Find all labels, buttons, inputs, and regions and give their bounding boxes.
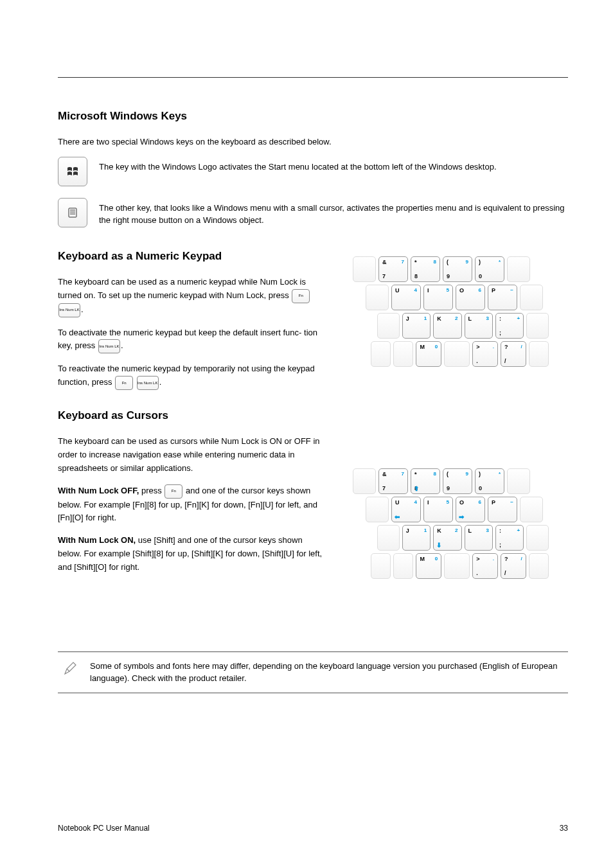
section-heading-cursors: Keyboard as Cursors bbox=[58, 409, 328, 422]
keypad-key: O6 bbox=[456, 285, 485, 310]
section-heading-windows-keys: Microsoft Windows Keys bbox=[58, 110, 568, 123]
windows-key-icon bbox=[58, 157, 87, 186]
keypad-key: L3 bbox=[465, 525, 493, 551]
cursors-paragraph-1: The keyboard can be used as cursors whil… bbox=[58, 435, 328, 475]
cursors-paragraph-2: With Num Lock OFF, press Fn and one of t… bbox=[58, 484, 328, 526]
keypad-key: *88 bbox=[411, 256, 440, 282]
ins-numlk-key-inline: Ins Num LK bbox=[58, 303, 80, 317]
footer-left: Notebook PC User Manual bbox=[58, 824, 150, 833]
keypad-key: M0 bbox=[416, 341, 441, 367]
intro-text: There are two special Windows keys on th… bbox=[58, 136, 568, 149]
keypad-key: P− bbox=[488, 285, 517, 310]
windows-key-description: The key with the Windows Logo activates … bbox=[99, 157, 568, 173]
keypad-key: &77 bbox=[378, 256, 408, 282]
keypad-key: J1 bbox=[402, 313, 431, 339]
cursors-paragraph-3: With Num Lock ON, use [Shift] and one of… bbox=[58, 534, 328, 574]
keypad-key: J1 bbox=[402, 525, 431, 551]
keypad-key: :+; bbox=[495, 313, 524, 339]
fn-key-inline: Fn bbox=[164, 484, 182, 499]
keypad-key: M0 bbox=[416, 553, 441, 579]
numeric-keypad-diagram: &77*88(99)*0U4I5O6P−J1K2L3:+;M0>..?// bbox=[353, 256, 549, 367]
fn-key-inline: Fn bbox=[292, 289, 310, 303]
keypad-key: &77 bbox=[378, 468, 408, 494]
fn-key-inline: Fn bbox=[115, 376, 133, 390]
section-heading-numeric-keypad: Keyboard as a Numeric Keypad bbox=[58, 250, 328, 263]
keypad-key: )*0 bbox=[475, 256, 504, 282]
keypad-key: I5 bbox=[423, 285, 453, 310]
numeric-paragraph-2: To deactivate the numeric keypad but kee… bbox=[58, 326, 328, 354]
keypad-key: >.. bbox=[472, 341, 498, 367]
keypad-key: ?// bbox=[501, 341, 526, 367]
note-block: Some of symbols and fonts here may diffe… bbox=[58, 651, 568, 693]
keypad-key: >.. bbox=[472, 553, 498, 579]
pencil-icon bbox=[63, 661, 78, 677]
keypad-key: ?// bbox=[501, 553, 526, 579]
numeric-paragraph-3: To reactivate the numeric keypad by temp… bbox=[58, 362, 328, 390]
keypad-key: (99 bbox=[443, 256, 472, 282]
ins-numlk-key-inline: Ins Num LK bbox=[98, 339, 120, 353]
cursor-keypad-diagram: &77*88⬆(99)*0U4⬅I5O6➡P−J1K2⬇L3:+;M0>..?/… bbox=[353, 468, 549, 579]
keypad-key: (99 bbox=[443, 468, 472, 494]
keypad-key: *88⬆ bbox=[411, 468, 440, 494]
ins-numlk-key-inline: Ins Num LK bbox=[137, 376, 159, 390]
menu-key-description: The other key, that looks like a Windows… bbox=[99, 198, 568, 227]
keypad-key: K2 bbox=[433, 313, 461, 339]
footer-page-number: 33 bbox=[560, 824, 568, 833]
keypad-key: )*0 bbox=[475, 468, 504, 494]
menu-key-icon bbox=[58, 198, 87, 227]
keypad-key: :+; bbox=[495, 525, 524, 551]
keypad-key: I5 bbox=[423, 497, 453, 522]
keypad-key: K2⬇ bbox=[433, 525, 461, 551]
keypad-key: L3 bbox=[465, 313, 493, 339]
svg-rect-0 bbox=[69, 208, 76, 217]
keypad-key: P− bbox=[488, 497, 517, 522]
keypad-key: U4⬅ bbox=[391, 497, 421, 522]
keypad-key: O6➡ bbox=[456, 497, 485, 522]
numeric-paragraph: The keyboard can be used as a numeric ke… bbox=[58, 276, 328, 317]
keypad-key: U4 bbox=[391, 285, 421, 310]
